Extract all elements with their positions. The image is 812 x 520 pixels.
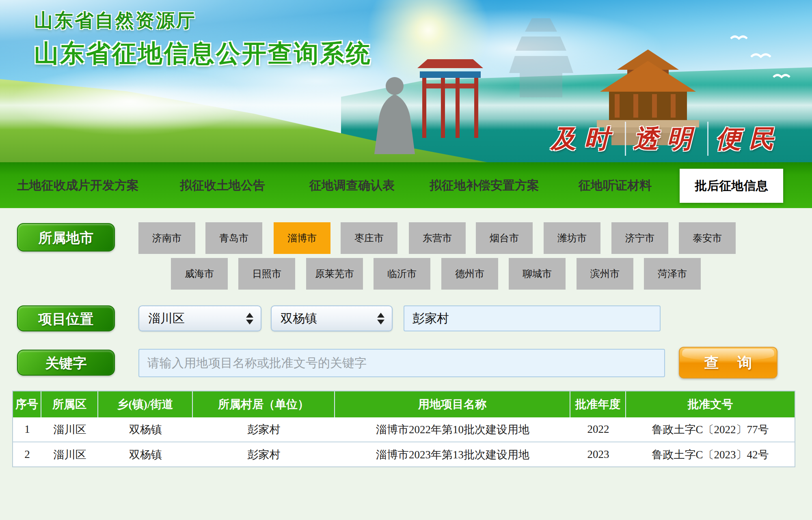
slogan-word-convenient: 便民 (707, 122, 790, 156)
search-button[interactable]: 查 询 (679, 347, 777, 378)
org-title: 山东省自然资源厅 (34, 8, 197, 33)
seagulls-icon (731, 37, 790, 77)
city-button-liaocheng[interactable]: 聊城市 (509, 258, 566, 290)
table-header-row: 序号 所属区 乡(镇)/街道 所属村居（单位） 用地项目名称 批准年度 批准文号 (13, 391, 795, 417)
header-town: 乡(镇)/街道 (98, 391, 193, 417)
district-select-value: 淄川区 (148, 310, 185, 327)
city-button-binzhou[interactable]: 滨州市 (577, 258, 633, 290)
cell-district: 淄川区 (41, 417, 98, 441)
city-button-qingdao[interactable]: 青岛市 (205, 222, 262, 254)
city-button-rizhao[interactable]: 日照市 (238, 258, 295, 290)
cell-project: 淄博市2023年第13批次建设用地 (335, 443, 570, 466)
city-button-weifang[interactable]: 潍坊市 (544, 222, 600, 254)
keyword-filter-label: 关键字 (17, 350, 115, 376)
cell-town: 双杨镇 (98, 443, 193, 466)
nav-item-proposed-land-notice[interactable]: 拟征收土地公告 (180, 162, 265, 208)
city-button-weihai[interactable]: 威海市 (171, 258, 228, 290)
district-select[interactable]: 淄川区 (138, 305, 261, 331)
cell-year: 2022 (570, 417, 626, 441)
city-button-yantai[interactable]: 烟台市 (476, 222, 533, 254)
system-title: 山东省征地信息公开查询系统 (34, 37, 372, 70)
city-button-dezhou[interactable]: 德州市 (441, 258, 498, 290)
cell-village: 彭家村 (193, 443, 335, 466)
query-section: 所属地市 济南市 青岛市 淄博市 枣庄市 东营市 烟台市 潍坊市 济宁市 泰安市… (0, 208, 812, 520)
nav-item-land-acquisition-plan[interactable]: 土地征收成片开发方案 (17, 162, 139, 208)
statue-icon (374, 77, 415, 154)
cell-year: 2023 (570, 443, 626, 466)
slogan-word-transparent: 透明 (625, 122, 707, 156)
table-row[interactable]: 2 淄川区 双杨镇 彭家村 淄博市2023年第13批次建设用地 2023 鲁政土… (13, 441, 795, 466)
slogan-word-timely: 及时 (544, 122, 625, 156)
cell-doc-number: 鲁政土字C〔2023〕42号 (626, 443, 795, 466)
cell-seq: 1 (13, 417, 41, 441)
nav-item-hearing-materials[interactable]: 征地听证材料 (579, 162, 652, 208)
keyword-input[interactable] (138, 349, 665, 377)
results-table: 序号 所属区 乡(镇)/街道 所属村居（单位） 用地项目名称 批准年度 批准文号… (12, 391, 795, 467)
memorial-gate-icon (417, 59, 483, 138)
header-village: 所属村居（单位） (193, 391, 335, 417)
city-button-zaozhuang[interactable]: 枣庄市 (341, 222, 397, 254)
table-body: 1 淄川区 双杨镇 彭家村 淄博市2022年第10批次建设用地 2022 鲁政土… (13, 417, 795, 466)
city-button-zibo-selected[interactable]: 淄博市 (274, 222, 330, 254)
slogan: 及时 透明 便民 (544, 122, 790, 156)
table-row[interactable]: 1 淄川区 双杨镇 彭家村 淄博市2022年第10批次建设用地 2022 鲁政土… (13, 417, 795, 441)
pagoda-sketch-icon (509, 18, 573, 97)
cell-seq: 2 (13, 443, 41, 466)
cell-district: 淄川区 (41, 443, 98, 466)
nav-item-survey-confirmation[interactable]: 征地调查确认表 (309, 162, 395, 208)
main-nav: 土地征收成片开发方案 拟征收土地公告 征地调查确认表 拟征地补偿安置方案 征地听… (0, 162, 812, 208)
location-filter-label: 项目位置 (17, 305, 115, 331)
city-button-linyi[interactable]: 临沂市 (374, 258, 430, 290)
city-button-dongying[interactable]: 东营市 (409, 222, 466, 254)
select-spinner-icon (377, 313, 384, 324)
cell-village: 彭家村 (193, 417, 335, 441)
city-button-taian[interactable]: 泰安市 (679, 222, 736, 254)
header-doc-number: 批准文号 (626, 391, 795, 417)
header-project: 用地项目名称 (335, 391, 570, 417)
header-year: 批准年度 (570, 391, 626, 417)
city-button-laiwu[interactable]: 原莱芜市 (306, 258, 363, 290)
city-button-jinan[interactable]: 济南市 (138, 222, 195, 254)
city-button-jining[interactable]: 济宁市 (611, 222, 668, 254)
cell-doc-number: 鲁政土字C〔2022〕77号 (626, 417, 795, 441)
header-seq: 序号 (13, 391, 41, 417)
village-input[interactable] (404, 305, 661, 331)
header-district: 所属区 (41, 391, 98, 417)
town-select-value: 双杨镇 (281, 310, 317, 327)
cell-project: 淄博市2022年第10批次建设用地 (335, 417, 570, 441)
nav-item-post-approval-info[interactable]: 批后征地信息 (680, 169, 783, 203)
select-spinner-icon (246, 313, 253, 324)
page: 山东省自然资源厅 山东省征地信息公开查询系统 及时 透明 便民 土地征收成片开发… (0, 0, 812, 520)
nav-item-compensation-plan[interactable]: 拟征地补偿安置方案 (430, 162, 539, 208)
banner: 山东省自然资源厅 山东省征地信息公开查询系统 及时 透明 便民 (0, 0, 812, 162)
town-select[interactable]: 双杨镇 (271, 305, 393, 331)
city-filter-label: 所属地市 (17, 223, 115, 251)
city-button-heze[interactable]: 菏泽市 (644, 258, 701, 290)
cell-town: 双杨镇 (98, 417, 193, 441)
